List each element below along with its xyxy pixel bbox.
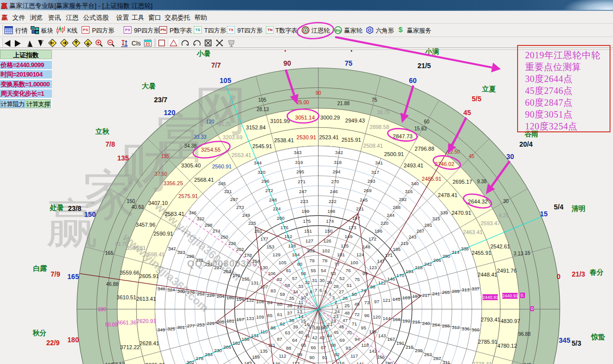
svg-text:190: 190 xyxy=(385,361,393,364)
svg-text:2455.91: 2455.91 xyxy=(472,250,491,256)
svg-text:21/5: 21/5 xyxy=(417,62,431,70)
svg-text:23/7: 23/7 xyxy=(154,96,167,104)
svg-text:2949.43: 2949.43 xyxy=(345,118,365,123)
svg-text:45: 45 xyxy=(463,109,471,117)
svg-text:343: 343 xyxy=(294,150,302,155)
svg-text:66: 66 xyxy=(310,345,316,350)
svg-text:148: 148 xyxy=(362,244,370,249)
svg-text:24: 24 xyxy=(335,309,340,314)
svg-text:318: 318 xyxy=(334,160,342,165)
svg-text:149: 149 xyxy=(345,234,352,239)
svg-text:320: 320 xyxy=(258,169,265,175)
svg-text:46.88: 46.88 xyxy=(106,282,119,287)
svg-text:135: 135 xyxy=(260,348,268,354)
svg-text:39: 39 xyxy=(293,324,298,329)
svg-text:86: 86 xyxy=(270,325,276,330)
svg-text:96: 96 xyxy=(364,313,370,318)
svg-text:2508.41: 2508.41 xyxy=(363,143,383,149)
svg-text:216: 216 xyxy=(412,319,420,324)
svg-text:2598.41: 2598.41 xyxy=(145,251,165,257)
svg-text:15: 15 xyxy=(525,250,531,256)
svg-text:342: 342 xyxy=(335,150,343,155)
svg-text:21/3: 21/3 xyxy=(571,270,585,278)
svg-text:267: 267 xyxy=(416,228,424,234)
svg-text:85: 85 xyxy=(267,313,273,318)
svg-text:53.13: 53.13 xyxy=(112,362,125,364)
svg-text:5/4: 5/4 xyxy=(554,203,564,211)
svg-text:45: 45 xyxy=(469,154,475,159)
svg-text:290: 290 xyxy=(442,253,450,259)
svg-text:345: 345 xyxy=(559,336,570,344)
svg-text:113: 113 xyxy=(292,361,300,364)
svg-text:秋分: 秋分 xyxy=(32,329,46,337)
svg-text:287: 287 xyxy=(433,356,441,361)
svg-text:159: 159 xyxy=(252,354,260,360)
svg-text:183: 183 xyxy=(244,361,252,364)
svg-text:3559.66: 3559.66 xyxy=(120,270,139,276)
svg-text:130: 130 xyxy=(260,265,268,270)
svg-text:30: 30 xyxy=(506,153,514,161)
svg-text:2: 2 xyxy=(335,299,337,305)
svg-text:150: 150 xyxy=(325,228,333,234)
svg-text:302: 302 xyxy=(186,360,194,364)
svg-text:53: 53 xyxy=(331,271,336,276)
svg-text:37: 37 xyxy=(287,310,293,316)
svg-text:74: 74 xyxy=(361,288,366,293)
svg-text:75: 75 xyxy=(372,97,378,103)
svg-text:97: 97 xyxy=(374,299,380,304)
svg-text:3457.96: 3457.96 xyxy=(136,222,156,228)
svg-text:25.00: 25.00 xyxy=(297,100,309,105)
svg-text:176: 176 xyxy=(280,225,288,230)
svg-text:7/8: 7/8 xyxy=(105,140,115,148)
svg-text:33: 33 xyxy=(298,283,304,289)
svg-text:6.25: 6.25 xyxy=(499,213,509,218)
svg-text:18.75: 18.75 xyxy=(377,110,390,115)
svg-text:348: 348 xyxy=(157,286,165,291)
svg-text:119: 119 xyxy=(369,329,376,334)
svg-text:2583.41: 2583.41 xyxy=(165,211,184,217)
svg-text:226: 226 xyxy=(228,241,236,246)
svg-text:136: 136 xyxy=(272,361,280,364)
svg-text:3610.51: 3610.51 xyxy=(117,294,136,300)
svg-text:小暑: 小暑 xyxy=(196,49,211,57)
svg-text:134: 134 xyxy=(251,333,259,338)
svg-text:81: 81 xyxy=(286,268,292,273)
svg-text:120: 120 xyxy=(373,314,381,320)
svg-text:253: 253 xyxy=(197,322,205,327)
svg-text:大暑: 大暑 xyxy=(142,82,156,90)
svg-text:120: 120 xyxy=(164,109,175,117)
svg-text:272: 272 xyxy=(265,188,273,193)
svg-text:4780.12: 4780.12 xyxy=(497,343,517,349)
svg-text:8: 8 xyxy=(310,289,312,294)
svg-text:34: 34 xyxy=(293,289,298,294)
svg-text:2613.41: 2613.41 xyxy=(136,296,156,302)
svg-text:102: 102 xyxy=(322,248,330,253)
svg-text:182: 182 xyxy=(232,340,240,346)
svg-text:65: 65 xyxy=(301,342,306,348)
svg-text:142: 142 xyxy=(369,348,377,354)
svg-text:273: 273 xyxy=(236,204,244,210)
svg-text:58: 58 xyxy=(285,283,290,288)
svg-text:247: 247 xyxy=(299,189,307,194)
svg-text:48: 48 xyxy=(345,310,350,316)
svg-text:266: 266 xyxy=(433,257,441,263)
svg-text:2560.91: 2560.91 xyxy=(212,163,232,169)
svg-text:80: 80 xyxy=(297,261,303,267)
svg-text:315: 315 xyxy=(432,216,440,221)
svg-text:95: 95 xyxy=(361,325,366,330)
svg-text:28: 28 xyxy=(333,283,339,289)
svg-text:225: 225 xyxy=(248,220,256,226)
svg-text:2542.61: 2542.61 xyxy=(490,243,510,249)
svg-text:99: 99 xyxy=(362,271,368,276)
svg-text:296: 296 xyxy=(262,178,269,184)
svg-text:294: 294 xyxy=(333,169,341,174)
svg-text:156: 156 xyxy=(236,296,244,302)
svg-text:349: 349 xyxy=(157,327,165,332)
svg-text:84: 84 xyxy=(267,300,273,305)
svg-text:5/5: 5/5 xyxy=(472,95,482,103)
svg-text:340: 340 xyxy=(411,181,419,186)
svg-text:204: 204 xyxy=(217,293,224,299)
svg-text:2485.91: 2485.91 xyxy=(422,176,441,182)
svg-text:0: 0 xyxy=(557,273,561,281)
svg-text:316: 316 xyxy=(405,189,413,194)
